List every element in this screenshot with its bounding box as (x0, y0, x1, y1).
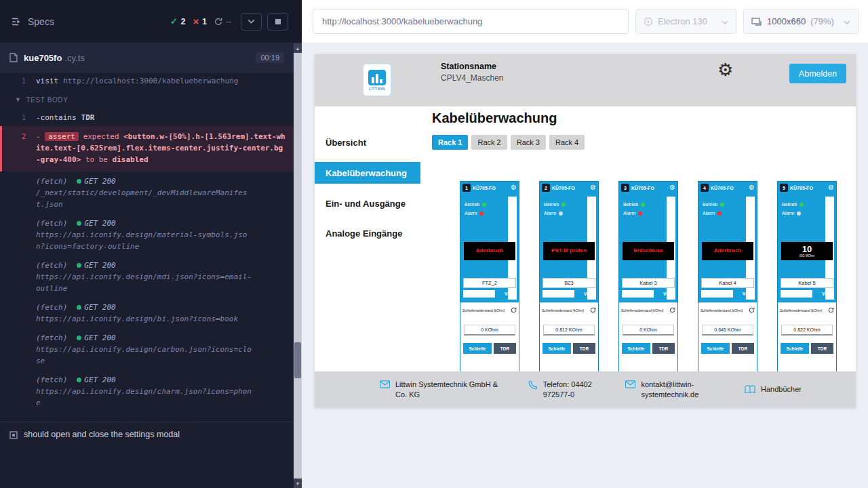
version-blank (542, 290, 574, 298)
status-display: PST-M prüfen (543, 242, 595, 260)
schleife-button[interactable]: Schleife (781, 343, 809, 354)
scroll-up-icon[interactable]: ▲ (294, 43, 302, 53)
next-test-row[interactable]: should open and close the settings modal (0, 422, 294, 447)
version-row: V4.19 (619, 290, 677, 298)
sidebar-item-analoge-eingaenge[interactable]: Analoge Eingänge (315, 223, 420, 243)
test-body-section[interactable]: ▼ TEST BODY (0, 88, 294, 110)
fetch-log-row[interactable]: (fetch) GET 200 https://api.iconify.desi… (0, 298, 294, 328)
footer-phone: Telefon: 04402 972577-0 (528, 380, 601, 400)
alarm-led (797, 211, 801, 216)
fetch-line: (fetch) GET 200 (36, 374, 287, 386)
card-gear-icon[interactable]: ⚙ (828, 184, 834, 191)
cable-name-field[interactable]: FTZ_2 (463, 278, 516, 288)
sidebar-item-kabelueberwachung[interactable]: Kabelüberwachung (315, 162, 420, 184)
run-stats: ✓2 ×1 -- (170, 16, 231, 26)
resistance-panel: Schleifenwiderstand [kOhm] 0.812 KOhm Sc… (540, 302, 598, 371)
screen: Specs ✓2 ×1 -- kue705fo .cy.ts 00:19 (0, 0, 868, 488)
app-header: LITTWIN Stationsname CPLV4_Maschen ⚙ Abm… (315, 54, 856, 106)
scrollbar-thumb[interactable] (294, 342, 301, 378)
logout-button[interactable]: Abmelden (789, 64, 846, 83)
cable-name-field[interactable]: Kabel 3 (622, 278, 675, 288)
tdr-button[interactable]: TDR (652, 343, 675, 354)
fetch-status: GET 200 (84, 302, 115, 313)
card-gear-icon[interactable]: ⚙ (590, 184, 596, 191)
schleife-button[interactable]: Schleife (701, 343, 730, 354)
footer-manuals-link[interactable]: Handbücher (745, 384, 802, 394)
card-model: KÜ705-FO (552, 186, 575, 190)
betrieb-label: Betrieb (465, 202, 479, 207)
scroll-down-icon[interactable]: ▼ (294, 479, 302, 488)
resistance-value: 0.812 KOhm (543, 325, 595, 336)
status-text: Aderbruch (476, 248, 503, 254)
alarm-label: Alarm (703, 211, 715, 216)
tdr-button[interactable]: TDR (494, 343, 516, 354)
refresh-icon[interactable] (590, 307, 596, 313)
viewport-size: 1000x660 (767, 16, 806, 26)
command-contains[interactable]: 1 -contains TDR (0, 110, 294, 125)
cable-name-field[interactable]: Kabel 4 (701, 278, 754, 288)
card-number: 4 (701, 184, 709, 192)
fetch-line: (fetch) GET 200 (36, 332, 287, 344)
fetch-label: (fetch) (36, 260, 67, 271)
failed-assert-command[interactable]: 2 - assert expected <button.w-[50%].h-[1… (0, 126, 294, 171)
betrieb-led (800, 203, 804, 207)
fetch-log-row[interactable]: (fetch) GET 200 https://api.iconify.desi… (0, 328, 294, 370)
refresh-icon[interactable] (749, 307, 755, 313)
resistance-value: 0 KOhm (464, 325, 515, 336)
tdr-button[interactable]: TDR (573, 343, 595, 354)
fetch-log-row[interactable]: (fetch) GET 200 https://api.iconify.desi… (0, 256, 294, 298)
status-text: Aderbruch (714, 248, 741, 254)
status-dot-icon (77, 221, 81, 226)
footer-phone-text: Telefon: 04402 972577-0 (543, 380, 601, 400)
cable-name-field[interactable]: Kabel 5 (781, 278, 833, 288)
fetch-line: (fetch) GET 200 (36, 176, 287, 187)
stop-run-button[interactable] (267, 13, 288, 30)
schleife-button[interactable]: Schleife (622, 343, 650, 354)
tab-rack-3[interactable]: Rack 3 (511, 135, 546, 150)
tdr-button[interactable]: TDR (811, 343, 833, 354)
tab-rack-2[interactable]: Rack 2 (471, 135, 507, 150)
card-gear-icon[interactable]: ⚙ (749, 184, 755, 191)
tab-rack-1[interactable]: Rack 1 (432, 135, 468, 150)
card-number: 3 (621, 184, 629, 192)
refresh-icon[interactable] (828, 307, 834, 313)
specs-button[interactable]: Specs (11, 16, 54, 27)
alarm-led (638, 211, 642, 216)
status-dot-icon (77, 336, 81, 340)
betrieb-label: Betrieb (544, 202, 559, 207)
refresh-icon[interactable] (669, 307, 675, 313)
card-gear-icon[interactable]: ⚙ (511, 184, 517, 191)
tab-rack-4[interactable]: Rack 4 (549, 135, 585, 150)
status-dot-icon (77, 305, 81, 310)
fetch-url: https://api.iconify.design/carbon.json?i… (36, 344, 254, 367)
version-blank (622, 290, 654, 298)
settings-gear-icon[interactable]: ⚙ (717, 61, 733, 79)
url-input[interactable] (313, 9, 629, 34)
refresh-icon[interactable] (511, 307, 517, 313)
sidebar-item-uebersicht[interactable]: Übersicht (315, 132, 420, 152)
fetch-status: GET 200 (84, 260, 115, 271)
resistance-value: 0.822 KOhm (781, 325, 833, 336)
fetch-log-row[interactable]: (fetch) GET 200 /_next/static/developmen… (0, 171, 294, 214)
card-header: 3 KÜ705-FO ⚙ (619, 182, 677, 192)
book-icon (745, 385, 755, 394)
fetch-log-row[interactable]: (fetch) GET 200 https://api.iconify.desi… (0, 214, 294, 256)
version-row: V4.19 (778, 290, 836, 298)
browser-select[interactable]: Electron 130 (635, 9, 736, 34)
betrieb-led (720, 203, 724, 207)
viewport-select[interactable]: 1000x660 (79%) (743, 9, 859, 34)
tdr-button[interactable]: TDR (732, 343, 754, 354)
command-visit[interactable]: 1 visit http://localhost:3000/kabelueber… (0, 74, 294, 88)
footer-company-text: Littwin Systemtechnik GmbH & Co. KG (395, 380, 504, 400)
card-gear-icon[interactable]: ⚙ (669, 184, 675, 191)
alarm-led (479, 211, 484, 216)
collapse-all-button[interactable] (241, 13, 262, 30)
schleife-button[interactable]: Schleife (463, 343, 492, 354)
fetch-log-row[interactable]: (fetch) GET 200 https://api.iconify.desi… (0, 370, 294, 412)
stat-passed: ✓2 (170, 16, 186, 26)
sidebar-item-ein-und-ausgaenge[interactable]: Ein- und Ausgänge (315, 193, 420, 214)
station-label: Stationsname (441, 62, 504, 71)
schleife-button[interactable]: Schleife (542, 343, 571, 354)
cable-name-field[interactable]: B23 (542, 278, 595, 288)
reporter-scrollbar[interactable]: ▲ ▼ (294, 43, 302, 488)
